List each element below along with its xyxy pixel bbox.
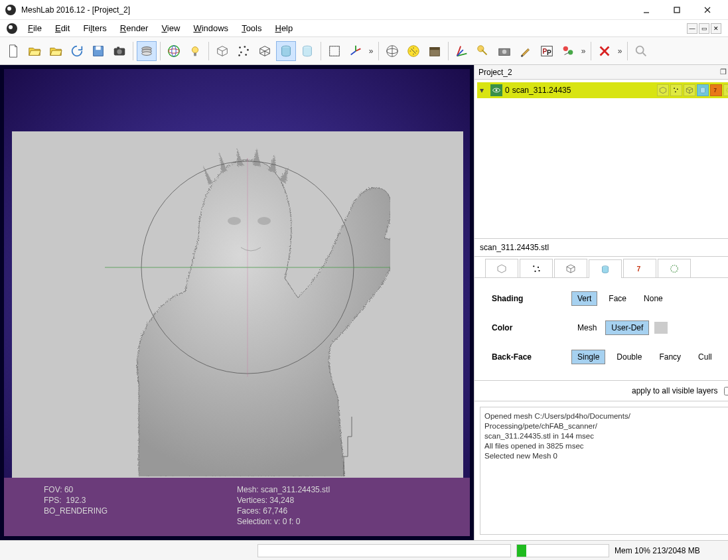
svg-point-16 — [239, 46, 241, 48]
layer-row[interactable]: ▾ 0 scan_311.24435 7 — [477, 82, 728, 98]
align-button[interactable] — [452, 41, 472, 61]
svg-point-69 — [671, 265, 678, 272]
color-label: Color — [492, 323, 571, 332]
mesh-render-area[interactable] — [12, 131, 463, 483]
axes-button[interactable] — [346, 41, 366, 61]
viewport[interactable]: FOV: 60 FPS: 192.3 BO_RENDERING Mesh: sc… — [0, 65, 474, 540]
shading-vert[interactable]: Vert — [571, 291, 597, 306]
panel-float-button[interactable]: ❐ — [720, 68, 727, 76]
wireframe-button[interactable] — [255, 41, 275, 61]
mdi-restore-button[interactable]: ▭ — [699, 23, 709, 34]
visibility-toggle[interactable] — [490, 84, 502, 96]
svg-point-17 — [244, 46, 246, 48]
search-button[interactable] — [631, 41, 651, 61]
layer-list: ▾ 0 scan_311.24435 7 — [474, 80, 728, 239]
layer-edges-icon[interactable] — [723, 84, 728, 96]
log-line: All files opened in 3825 msec — [484, 441, 728, 451]
pp-button[interactable]: PP — [537, 41, 557, 61]
selection-faces-button[interactable] — [325, 41, 344, 61]
export-mesh-button[interactable] — [88, 41, 108, 61]
tab-points[interactable] — [520, 259, 553, 277]
expand-icon[interactable]: ▾ — [480, 86, 488, 95]
menu-tools[interactable]: Tools — [235, 22, 268, 35]
menu-render[interactable]: Render — [113, 22, 155, 35]
info-faces: Faces: 67,746 — [237, 506, 430, 516]
measure-button[interactable] — [403, 41, 423, 61]
raster-camera-button[interactable] — [494, 41, 514, 61]
selected-mesh-label: scan_311.24435.stl — [474, 239, 728, 257]
layer-bbox-icon[interactable] — [657, 84, 669, 96]
layer-wireframe-icon[interactable] — [684, 84, 695, 96]
svg-point-65 — [534, 270, 536, 271]
toolbar: » PP » » — [0, 37, 728, 65]
menu-view[interactable]: View — [155, 22, 186, 35]
backface-cull[interactable]: Cull — [692, 350, 718, 364]
log-line: Opened mesh C:/Users/pd4ho/Documents/ — [484, 411, 728, 421]
menu-windows[interactable]: Windows — [186, 22, 235, 35]
svg-rect-7 — [117, 46, 119, 48]
shading-face[interactable]: Face — [603, 291, 632, 306]
shading-none[interactable]: None — [638, 291, 669, 306]
svg-rect-15 — [194, 52, 196, 56]
globe-button[interactable] — [382, 41, 402, 61]
smooth-shading-button[interactable] — [297, 41, 317, 61]
apply-all-row: apply to all visible layers — [474, 381, 728, 401]
backface-double[interactable]: Double — [611, 350, 648, 364]
points-button[interactable] — [234, 41, 254, 61]
layer-panel-header: Project_2 ❐ ✕ — [474, 65, 728, 80]
layer-texture-icon[interactable]: 7 — [710, 84, 722, 96]
tab-fill[interactable] — [589, 259, 622, 278]
new-project-button[interactable] — [3, 41, 23, 61]
delete-button[interactable] — [595, 41, 615, 61]
tab-wireframe[interactable] — [554, 259, 587, 277]
import-mesh-button[interactable] — [46, 41, 66, 61]
apply-all-checkbox[interactable] — [724, 387, 728, 395]
status-bar: Mem 10% 213/2048 MB — [0, 540, 728, 560]
tab-edges[interactable] — [658, 259, 691, 277]
reference-button[interactable] — [558, 41, 578, 61]
snapshot-button[interactable] — [109, 41, 129, 61]
info-rendermode: BO_RENDERING — [44, 506, 237, 516]
panel-title: Project_2 — [478, 68, 512, 77]
trackball-button[interactable] — [164, 41, 184, 61]
layer-points-icon[interactable] — [670, 84, 682, 96]
menu-filters[interactable]: Filters — [76, 22, 113, 35]
close-button[interactable] — [692, 0, 723, 20]
color-userdef[interactable]: User-Def — [605, 320, 649, 335]
mdi-minimize-button[interactable]: — — [687, 23, 697, 34]
tab-texture[interactable]: 7 — [623, 259, 656, 277]
toggle-light-button[interactable] — [185, 41, 205, 61]
toolbar-overflow-3[interactable]: » — [615, 46, 624, 56]
toolbar-overflow-2[interactable]: » — [579, 46, 588, 56]
menu-edit[interactable]: Edit — [48, 22, 76, 35]
reload-button[interactable] — [67, 41, 87, 61]
paint-button[interactable] — [516, 41, 536, 61]
apply-all-label: apply to all visible layers — [632, 386, 717, 395]
maximize-button[interactable] — [662, 0, 692, 20]
svg-point-44 — [563, 46, 568, 50]
backface-fancy[interactable]: Fancy — [653, 350, 687, 364]
mdi-close-button[interactable]: ✕ — [711, 23, 721, 34]
toolbar-overflow-1[interactable]: » — [366, 46, 376, 56]
color-mesh[interactable]: Mesh — [571, 320, 603, 335]
tab-bbox[interactable] — [485, 259, 518, 277]
log-box[interactable]: Opened mesh C:/Users/pd4ho/Documents/ Pr… — [480, 407, 728, 535]
title-bar: MeshLab 2016.12 - [Project_2] — [0, 0, 728, 20]
menu-file[interactable]: File — [21, 22, 48, 35]
svg-point-19 — [240, 51, 242, 53]
bbox-button[interactable] — [212, 41, 232, 61]
menu-help[interactable]: Help — [268, 22, 299, 35]
layer-fill-icon[interactable] — [697, 84, 709, 96]
backface-single[interactable]: Single — [571, 350, 605, 364]
svg-line-49 — [643, 52, 646, 56]
info-button[interactable] — [425, 41, 445, 61]
minimize-button[interactable] — [631, 0, 662, 20]
point-pick-button[interactable] — [473, 41, 493, 61]
show-layers-button[interactable] — [137, 41, 157, 61]
window-title: MeshLab 2016.12 - [Project_2] — [21, 5, 130, 15]
flat-shading-button[interactable] — [276, 41, 296, 61]
svg-rect-34 — [430, 47, 440, 50]
open-project-button[interactable] — [25, 41, 44, 61]
color-swatch[interactable] — [654, 322, 668, 334]
svg-point-66 — [538, 269, 540, 271]
